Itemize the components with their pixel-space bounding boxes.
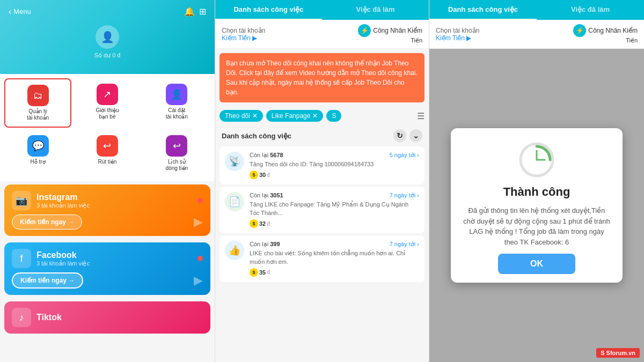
instagram-bottom: Kiếm tiền ngay → ▶ xyxy=(12,215,203,230)
facebook-card: f Facebook 3 tài khoản làm việc Kiếm tiề… xyxy=(4,242,210,295)
job-item-1[interactable]: 📡 Còn lại 5678 5 ngày tới › Tăng Theo dõ… xyxy=(219,146,425,184)
tab-viec-da-lam[interactable]: Việc đã làm xyxy=(322,0,429,20)
gioithieu-label: Giới thiệubạn bè xyxy=(96,107,119,120)
balance-label: Số dư 0 đ xyxy=(9,52,206,59)
grid-item-hotro[interactable]: 💬 Hỗ trợ xyxy=(4,130,71,177)
balance-area: 👤 Số dư 0 đ xyxy=(9,21,206,63)
job-content-1: Còn lại 5678 5 ngày tới › Tăng Theo dõi … xyxy=(250,152,419,179)
sforum-icon: S xyxy=(601,350,604,356)
filter-theo-doi[interactable]: Theo dõi ✕ xyxy=(219,110,263,122)
cong-icon-right: ⚡ xyxy=(573,24,586,37)
close-icon-like-fanpage[interactable]: ✕ xyxy=(312,112,318,120)
tiktok-top: ♪ Tiktok xyxy=(12,308,203,327)
tien-label-right: Tiến xyxy=(626,37,638,44)
job-item-3[interactable]: 👍 Còn lại 399 7 ngày tới › LIKE cho bài … xyxy=(219,235,425,282)
job-top-1: Còn lại 5678 5 ngày tới › xyxy=(250,152,419,159)
tab-danh-sach-right[interactable]: Danh sách công việc xyxy=(429,0,537,20)
filter-s[interactable]: S xyxy=(326,110,341,122)
grid-icon[interactable]: ⊞ xyxy=(199,6,206,17)
job-desc-1: Tăng Theo dõi cho ID: Tăng 1000060941847… xyxy=(250,160,419,168)
coin-symbol-3: đ xyxy=(267,269,270,275)
instagram-earn-button[interactable]: Kiếm tiền ngay → xyxy=(12,215,82,230)
close-icon-theo-doi[interactable]: ✕ xyxy=(252,112,258,120)
reward-num-1: 30 xyxy=(259,172,266,178)
success-title: Thành công xyxy=(503,185,570,199)
tien-label-middle: Tiến xyxy=(411,37,422,44)
job-days-2: 7 ngày tới › xyxy=(390,192,419,199)
reward-num-2: 32 xyxy=(259,220,266,227)
account-left-right: Chọn tài khoản Kiếm Tiền ▶ xyxy=(436,27,479,42)
coin-icon-1: $ xyxy=(250,171,258,179)
job-icon-3: 👍 xyxy=(225,241,244,260)
job-content-3: Còn lại 399 7 ngày tới › LIKE cho bài vi… xyxy=(250,241,419,277)
facebook-earn-button[interactable]: Kiếm tiền ngay → xyxy=(12,272,83,289)
quanly-label: Quản lýtài khoản xyxy=(27,108,49,121)
phone-header: Menu 🔔 ⊞ 👤 Số dư 0 đ xyxy=(0,0,215,74)
grid-item-lichsu[interactable]: ↩ Lịch sửdòng tiền xyxy=(143,130,210,177)
chon-tai-khoan-middle: Chọn tài khoản xyxy=(222,27,265,34)
expand-button[interactable]: ⌄ xyxy=(409,129,422,142)
section-title-middle: Danh sách công việc ↻ ⌄ xyxy=(215,125,429,144)
job-remaining-2: Còn lại 3051 xyxy=(250,192,283,199)
instagram-info: Instagram 3 tài khoản làm việc xyxy=(36,193,192,209)
grid-item-ruttien[interactable]: ↩ Rút tiền xyxy=(74,130,141,177)
menu-button[interactable]: Menu xyxy=(9,7,31,17)
menu-label: Menu xyxy=(13,8,31,16)
caidat-icon: 👤 xyxy=(166,84,187,105)
job-top-2: Còn lại 3051 7 ngày tới › xyxy=(250,192,419,199)
account-right-middle: ⚡ Công Nhân Kiểm Tiến xyxy=(358,24,422,44)
success-message: Đã gửi thông tin lên hệ thống xét duyệt,… xyxy=(462,205,612,247)
hotro-label: Hỗ trợ xyxy=(31,159,46,165)
coin-icon-3: $ xyxy=(250,268,258,277)
grid-item-quanly[interactable]: 🗂 Quản lýtài khoản xyxy=(4,78,71,128)
bell-icon[interactable]: 🔔 xyxy=(184,6,195,17)
cong-icon-middle: ⚡ xyxy=(358,24,371,37)
grid-item-gioithieu[interactable]: ↗ Giới thiệubạn bè xyxy=(74,78,141,128)
facebook-name: Facebook xyxy=(36,250,192,260)
job-item-2[interactable]: 📄 Còn lại 3051 7 ngày tới › Tăng LIKE ch… xyxy=(219,187,425,233)
job-desc-2: Tăng LIKE cho Fanpage: Tăng Mỹ Phẩm & Dụ… xyxy=(250,201,419,217)
ok-button[interactable]: OK xyxy=(498,254,575,274)
filter-bar: Theo dõi ✕ Like Fanpage ✕ S ☰ xyxy=(215,107,429,125)
kiem-tien-link-middle[interactable]: Kiếm Tiền ▶ xyxy=(222,34,265,42)
ruttien-icon: ↩ xyxy=(97,135,118,157)
job-reward-2: $ 32 đ xyxy=(250,219,419,228)
tiktok-name: Tiktok xyxy=(36,313,203,322)
coin-symbol-1: đ xyxy=(267,172,270,178)
tab-danh-sach[interactable]: Danh sách công việc xyxy=(215,0,322,20)
instagram-card: 📷 Instagram 3 tài khoản làm việc Kiếm ti… xyxy=(4,184,210,236)
lichsu-icon: ↩ xyxy=(166,135,187,157)
gioithieu-icon: ↗ xyxy=(97,84,118,105)
filter-menu-icon[interactable]: ☰ xyxy=(417,111,425,121)
hotro-icon: 💬 xyxy=(27,135,49,157)
job-reward-3: $ 35 đ xyxy=(250,268,419,277)
facebook-logo: f xyxy=(12,249,31,268)
cong-nhan-middle: ⚡ Công Nhân Kiểm xyxy=(358,24,422,37)
kiem-tien-link-right[interactable]: Kiếm Tiền ▶ xyxy=(436,34,479,42)
overlay-bg: Thành công Đã gửi thông tin lên hệ thống… xyxy=(429,49,644,362)
instagram-top: 📷 Instagram 3 tài khoản làm việc xyxy=(12,191,203,210)
warning-box[interactable]: Bạn chưa mở Theo dõi công khai nên không… xyxy=(219,53,425,102)
reward-num-3: 35 xyxy=(259,269,266,276)
menu-bar: Menu 🔔 ⊞ xyxy=(9,6,206,17)
facebook-arrow-icon: ▶ xyxy=(194,274,203,287)
facebook-info: Facebook 3 tài khoản làm việc xyxy=(36,250,192,267)
header-icons: 🔔 ⊞ xyxy=(184,6,206,17)
grid-item-caidat[interactable]: 👤 Cài đặttài khoản xyxy=(143,78,210,128)
job-top-3: Còn lại 399 7 ngày tới › xyxy=(250,241,419,248)
panel-middle: Danh sách công việc Việc đã làm Chọn tài… xyxy=(215,0,429,362)
avatar: 👤 xyxy=(96,25,119,49)
tab-bar-right: Danh sách công việc Việc đã làm xyxy=(429,0,644,20)
refresh-button[interactable]: ↻ xyxy=(393,129,406,142)
tab-viec-da-lam-right[interactable]: Việc đã làm xyxy=(537,0,644,20)
caidat-label: Cài đặttài khoản xyxy=(166,107,188,120)
tiktok-card: ♪ Tiktok xyxy=(4,301,210,334)
account-selector-middle: Chọn tài khoản Kiếm Tiền ▶ ⚡ Công Nhân K… xyxy=(215,20,429,49)
panel-right: Danh sách công việc Việc đã làm Chọn tài… xyxy=(429,0,644,362)
sforum-label: Sforum.vn xyxy=(606,350,635,356)
filter-like-fanpage[interactable]: Like Fanpage ✕ xyxy=(266,110,324,122)
coin-icon-2: $ xyxy=(250,219,258,228)
success-dialog: Thành công Đã gửi thông tin lên hệ thống… xyxy=(451,128,623,283)
instagram-accounts: 3 tài khoản làm việc xyxy=(36,202,192,209)
job-list: 📡 Còn lại 5678 5 ngày tới › Tăng Theo dõ… xyxy=(215,144,429,362)
